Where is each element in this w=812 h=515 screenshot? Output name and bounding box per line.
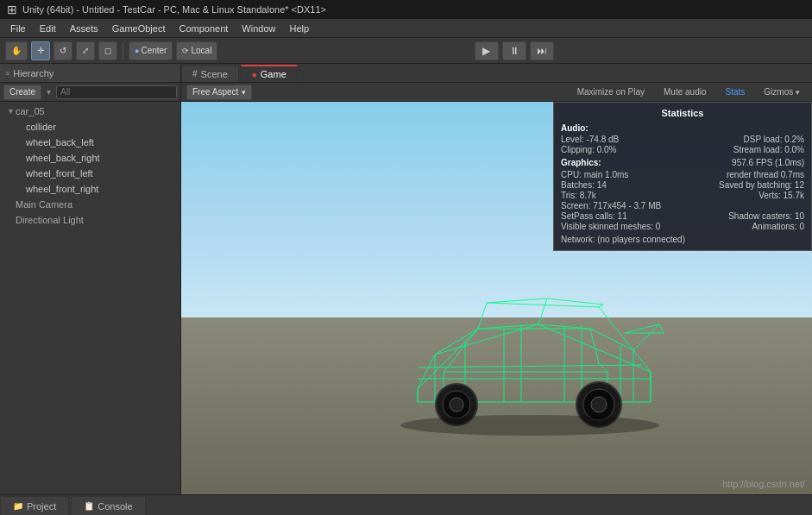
hier-item-dir-light[interactable]: Directional Light xyxy=(0,212,180,228)
hier-item-wheel-front-right[interactable]: wheel_front_right xyxy=(0,181,180,197)
svg-line-8 xyxy=(487,303,599,307)
project-tab-icon: 📁 xyxy=(13,501,23,511)
title-text: Unity (64bit) - Untitled - TestCar - PC,… xyxy=(22,4,326,15)
mute-audio-button[interactable]: Mute audio xyxy=(657,85,713,100)
main-layout: ≡ Hierarchy Create ▾ ▼ car_05 collider w… xyxy=(0,64,812,494)
hier-item-wfl-label: wheel_front_left xyxy=(26,168,93,179)
stats-tris-row: Tris: 8.7k Verts: 15.7k xyxy=(561,191,804,200)
watermark: http://blog.csdn.net/ xyxy=(722,479,805,489)
menu-bar: File Edit Assets GameObject Component Wi… xyxy=(0,19,812,38)
tool-move[interactable]: ✛ xyxy=(31,41,50,60)
menu-file[interactable]: File xyxy=(3,22,33,35)
stats-screen-row: Screen: 717x454 - 3.7 MB xyxy=(561,201,804,210)
menu-gameobject[interactable]: GameObject xyxy=(105,22,173,35)
stats-shadow: Shadow casters: 10 xyxy=(728,211,804,221)
car-wireframe-container xyxy=(366,268,694,443)
stats-graphics-title: Graphics: xyxy=(561,158,601,167)
stats-stream-load: Stream load: 0.0% xyxy=(733,145,804,154)
stats-verts: Verts: 15.7k xyxy=(758,191,804,200)
stats-dsp-load: DSP load: 0.2% xyxy=(744,135,804,144)
svg-line-11 xyxy=(599,307,633,350)
car-wireframe-svg xyxy=(366,268,694,441)
scene-tab[interactable]: # Scene xyxy=(181,65,239,82)
project-tab-label: Project xyxy=(27,501,56,512)
pause-button[interactable]: ⏸ xyxy=(502,41,526,60)
game-tab-label: Game xyxy=(261,69,286,79)
game-tab[interactable]: ● Game xyxy=(241,65,298,82)
stats-clipping: Clipping: 0.0% xyxy=(561,145,616,154)
gizmos-chevron-icon: ▾ xyxy=(796,88,800,97)
project-tab[interactable]: 📁 Project xyxy=(0,496,69,515)
unity-logo-icon: ⊞ xyxy=(7,3,17,16)
console-tab-icon: 📋 xyxy=(84,501,94,511)
tool-scale[interactable]: ⤢ xyxy=(76,41,95,60)
stats-fps: 957.6 FPS (1.0ms) xyxy=(732,158,804,169)
gizmos-button[interactable]: Gizmos ▾ xyxy=(757,85,807,100)
scene-tab-label: Scene xyxy=(201,69,228,79)
svg-point-39 xyxy=(400,415,659,436)
svg-line-1 xyxy=(418,329,478,389)
stats-screen: Screen: 717x454 - 3.7 MB xyxy=(561,201,661,210)
game-toolbar: Free Aspect ▾ Maximize on Play Mute audi… xyxy=(181,83,812,102)
stats-network-row: Network: (no players connected) xyxy=(561,235,804,244)
game-canvas: Statistics Audio: Level: -74.8 dB DSP lo… xyxy=(181,102,812,494)
watermark-text: http://blog.csdn.net/ xyxy=(722,479,805,489)
svg-line-9 xyxy=(547,298,603,305)
hier-item-wheel-back-left[interactable]: wheel_back_left xyxy=(0,135,180,150)
pivot-center-button[interactable]: ● Center xyxy=(129,41,173,60)
step-button[interactable]: ⏭ xyxy=(530,41,554,60)
svg-line-26 xyxy=(444,361,452,372)
menu-help[interactable]: Help xyxy=(282,22,316,35)
hier-item-wbl-label: wheel_back_left xyxy=(26,137,94,148)
menu-assets[interactable]: Assets xyxy=(63,22,105,35)
hier-item-car05[interactable]: ▼ car_05 xyxy=(0,104,180,119)
game-area: # Scene ● Game Free Aspect ▾ Maximize on… xyxy=(181,64,812,494)
play-button[interactable]: ▶ xyxy=(475,41,499,60)
tool-rect[interactable]: ◻ xyxy=(98,41,117,60)
tool-hand[interactable]: ✋ xyxy=(5,41,28,60)
stats-setpass-row: SetPass calls: 11 Shadow casters: 10 xyxy=(561,211,804,221)
hier-item-cam-label: Main Camera xyxy=(16,199,72,210)
tool-rotate[interactable]: ↺ xyxy=(54,41,72,60)
scene-tab-icon: # xyxy=(192,69,198,79)
stats-audio-clipping-row: Clipping: 0.0% Stream load: 0.0% xyxy=(561,145,804,154)
hierarchy-title: Hierarchy xyxy=(13,68,54,79)
stats-button[interactable]: Stats xyxy=(719,85,752,100)
toolbar-sep-1 xyxy=(123,42,123,60)
space-local-button[interactable]: ⟳ Local xyxy=(176,41,217,60)
stats-skinned-row: Visible skinned meshes: 0 Animations: 0 xyxy=(561,222,804,231)
svg-line-19 xyxy=(633,324,659,350)
hier-item-light-label: Directional Light xyxy=(16,215,84,225)
hier-item-main-camera[interactable]: Main Camera xyxy=(0,197,180,212)
stats-animations: Animations: 0 xyxy=(752,222,804,231)
hierarchy-header: ≡ Hierarchy xyxy=(0,64,180,83)
svg-line-10 xyxy=(599,305,603,307)
hierarchy-search-input[interactable] xyxy=(56,85,177,99)
svg-line-5 xyxy=(478,303,487,329)
stats-skinned: Visible skinned meshes: 0 xyxy=(561,222,660,231)
hier-item-wbr-label: wheel_back_right xyxy=(26,153,100,163)
maximize-on-play-button[interactable]: Maximize on Play xyxy=(570,85,651,100)
svg-line-7 xyxy=(487,298,547,303)
menu-component[interactable]: Component xyxy=(172,22,235,35)
stats-audio-level: Level: -74.8 dB xyxy=(561,135,619,144)
toolbar: ✋ ✛ ↺ ⤢ ◻ ● Center ⟳ Local ▶ ⏸ ⏭ xyxy=(0,38,812,64)
hierarchy-create-button[interactable]: Create xyxy=(3,85,41,100)
stats-batches: Batches: 14 xyxy=(561,180,607,190)
stats-panel: Statistics Audio: Level: -74.8 dB DSP lo… xyxy=(553,102,812,251)
view-tabs: # Scene ● Game xyxy=(181,64,812,83)
stats-cpu-row: CPU: main 1.0ms render thread 0.7ms xyxy=(561,170,804,179)
hier-item-collider[interactable]: collider xyxy=(0,119,180,135)
stats-setpass: SetPass calls: 11 xyxy=(561,211,627,221)
console-tab[interactable]: 📋 Console xyxy=(71,496,145,515)
stats-tris: Tris: 8.7k xyxy=(561,191,596,200)
hier-item-wheel-front-left[interactable]: wheel_front_left xyxy=(0,166,180,181)
aspect-dropdown[interactable]: Free Aspect ▾ xyxy=(186,85,252,100)
stats-cpu: CPU: main 1.0ms xyxy=(561,170,628,179)
hier-item-wheel-back-right[interactable]: wheel_back_right xyxy=(0,150,180,166)
stats-network: Network: (no players connected) xyxy=(561,235,685,244)
hierarchy-toolbar: Create ▾ xyxy=(0,83,180,102)
menu-edit[interactable]: Edit xyxy=(33,22,63,35)
menu-window[interactable]: Window xyxy=(235,22,282,35)
svg-line-27 xyxy=(599,363,607,372)
